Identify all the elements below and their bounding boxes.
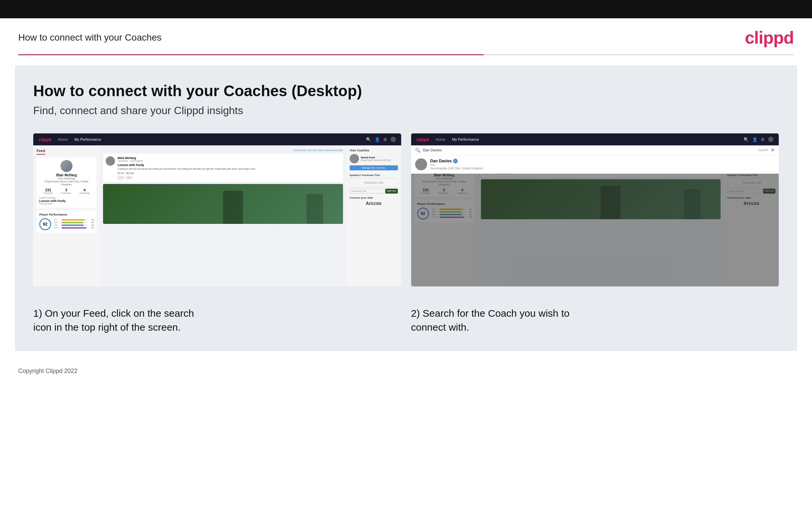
user-name-1: Blair McHarg bbox=[39, 173, 94, 177]
latest-activity-1: Latest Activity Lesson with Fordy 03 Aug… bbox=[39, 196, 94, 205]
nav-myperformance-2: My Performance bbox=[452, 137, 479, 141]
step-2-desc: 2) Search for the Coach you wish to conn… bbox=[411, 300, 779, 334]
screenshots-row: clippd Home My Performance 🔍 👤 ⚙ Feed bbox=[33, 133, 779, 287]
screenshot-2: clippd Home My Performance 🔍 👤 ⚙ 🔍 Dan D… bbox=[411, 133, 779, 287]
perf-bars-1: OTT 90 APP 85 bbox=[54, 219, 94, 229]
nav-right-1: 🔍 👤 ⚙ bbox=[366, 137, 396, 142]
arccos-logo-1: Arccos bbox=[350, 201, 398, 206]
trackman-input-row-1: Trackman Link Add Link bbox=[350, 188, 398, 194]
step-2-text: 2) Search for the Coach you wish to conn… bbox=[411, 306, 779, 334]
add-link-btn-1[interactable]: Add Link bbox=[385, 188, 397, 194]
left-panel-1: Feed Blair McHarg Plus Handicap Royal No… bbox=[33, 145, 100, 287]
search-icon-overlay: 🔍 bbox=[415, 148, 421, 153]
user-stats-1: 131 Activities 3 Followers 4 Following bbox=[39, 188, 94, 194]
feed-tab-1[interactable]: Feed bbox=[37, 149, 45, 155]
settings-icon-nav[interactable]: ⚙ bbox=[383, 137, 387, 142]
photo-figure-1 bbox=[223, 190, 243, 224]
connect-title-1: Connect your data bbox=[350, 196, 398, 199]
trackman-title-1: Upload a Trackman Test bbox=[350, 174, 398, 177]
user-card-1: Blair McHarg Plus Handicap Royal North D… bbox=[37, 157, 96, 208]
lesson-content-1: Blair McHarg Yesterday · Sunningdale Les… bbox=[118, 156, 340, 179]
nav-home-2: Home bbox=[436, 137, 445, 141]
avatar-nav-2[interactable] bbox=[768, 137, 773, 142]
clippd-logo: clippd bbox=[745, 28, 794, 48]
close-button[interactable]: ✕ bbox=[771, 147, 775, 153]
bar-arg: ARG 86 bbox=[54, 224, 94, 226]
lesson-tags-1: OTT APP bbox=[118, 176, 340, 179]
coach-info-1: David Ford Royal North Devon Golf Club bbox=[361, 156, 391, 161]
step-1-text: 1) On your Feed, click on the search ico… bbox=[33, 306, 401, 334]
settings-icon-nav-2[interactable]: ⚙ bbox=[761, 137, 765, 142]
mock-browser-1: clippd Home My Performance 🔍 👤 ⚙ Feed bbox=[33, 133, 401, 287]
app-body-1: Feed Blair McHarg Plus Handicap Royal No… bbox=[33, 145, 401, 287]
trackman-input-1[interactable]: Trackman Link bbox=[350, 188, 385, 194]
photo-strip-1 bbox=[103, 184, 343, 224]
result-avatar bbox=[415, 158, 427, 170]
result-name-row: Dan Davies ✓ bbox=[430, 159, 483, 163]
search-result-item[interactable]: Dan Davies ✓ Pro Sunningdale Golf Club, … bbox=[411, 155, 779, 174]
main-content: How to connect with your Coaches (Deskto… bbox=[15, 65, 797, 351]
user-icon-nav-2[interactable]: 👤 bbox=[752, 137, 758, 142]
avatar-image-1 bbox=[60, 160, 73, 172]
clear-button[interactable]: CLEAR bbox=[758, 149, 768, 152]
coach-item-1: David Ford Royal North Devon Golf Club bbox=[350, 154, 398, 163]
nav-myperformance-1: My Performance bbox=[75, 137, 101, 141]
top-bar bbox=[0, 0, 812, 18]
copyright-text: Copyright Clippd 2022 bbox=[18, 368, 78, 374]
mock-browser-2: clippd Home My Performance 🔍 👤 ⚙ 🔍 Dan D… bbox=[411, 133, 779, 287]
lesson-avatar-1 bbox=[106, 156, 115, 166]
search-input-overlay[interactable]: Dan Davies bbox=[423, 148, 756, 152]
app-nav-2: clippd Home My Performance 🔍 👤 ⚙ bbox=[411, 133, 779, 145]
right-panel-1: Your Coaches David Ford Royal North Devo… bbox=[346, 145, 401, 287]
footer: Copyright Clippd 2022 bbox=[0, 361, 812, 381]
bar-putt: PUTT 96 bbox=[54, 227, 94, 229]
main-subtitle: Find, connect and share your Clippd insi… bbox=[33, 104, 779, 117]
result-info: Dan Davies ✓ Pro Sunningdale Golf Club, … bbox=[430, 159, 483, 170]
user-club-1: Royal North Devon Golf Club, United King… bbox=[39, 180, 94, 186]
photo-figure-2 bbox=[306, 194, 323, 224]
coach-avatar-1 bbox=[350, 154, 359, 163]
bar-ott: OTT 90 bbox=[54, 219, 94, 221]
verified-badge: ✓ bbox=[453, 159, 458, 163]
center-panel-1: Control who can see your activity and da… bbox=[100, 145, 346, 287]
search-icon-nav-2[interactable]: 🔍 bbox=[744, 137, 749, 142]
trackman-link-placeholder-1: Trackman Link bbox=[350, 178, 398, 187]
user-icon-nav[interactable]: 👤 bbox=[375, 137, 380, 142]
steps-row: 1) On your Feed, click on the search ico… bbox=[33, 300, 779, 334]
main-title: How to connect with your Coaches (Deskto… bbox=[33, 82, 779, 100]
avatar-nav[interactable] bbox=[390, 137, 396, 142]
manage-coaches-btn-1[interactable]: Manage Your Coaches bbox=[350, 165, 398, 170]
app-nav-1: clippd Home My Performance 🔍 👤 ⚙ bbox=[33, 133, 401, 145]
step-1-desc: 1) On your Feed, click on the search ico… bbox=[33, 300, 401, 334]
search-icon-nav[interactable]: 🔍 bbox=[366, 137, 371, 142]
score-circle-1: 92 bbox=[39, 218, 51, 230]
header-divider bbox=[18, 54, 794, 55]
screenshot-1: clippd Home My Performance 🔍 👤 ⚙ Feed bbox=[33, 133, 401, 287]
trackman-section-1: Upload a Trackman Test Trackman Link Tra… bbox=[350, 174, 398, 194]
lesson-card-1: Blair McHarg Yesterday · Sunningdale Les… bbox=[103, 154, 343, 182]
nav-logo-1: clippd bbox=[39, 137, 51, 142]
perf-score-row-1: 92 OTT 90 APP bbox=[39, 218, 94, 230]
stat-following: 4 Following bbox=[80, 188, 90, 194]
bar-app: APP 85 bbox=[54, 221, 94, 223]
search-bar: 🔍 Dan Davies CLEAR ✕ bbox=[411, 145, 779, 155]
nav-home-1: Home bbox=[58, 137, 67, 141]
control-link-1[interactable]: Control who can see your activity and da… bbox=[103, 149, 343, 152]
stat-activities: 131 Activities bbox=[44, 188, 53, 194]
player-perf-2: Player Performance 92 OTT 90 bbox=[415, 200, 474, 222]
coaches-title-1: Your Coaches bbox=[350, 149, 398, 152]
user-handicap-1: Plus Handicap bbox=[39, 177, 94, 180]
stat-followers: 3 Followers bbox=[61, 188, 71, 194]
search-overlay: 🔍 Dan Davies CLEAR ✕ Dan Davies ✓ Pro bbox=[411, 145, 779, 174]
user-avatar-1 bbox=[60, 160, 73, 172]
nav-right-2: 🔍 👤 ⚙ bbox=[744, 137, 773, 142]
player-perf-1: Player Performance 92 OTT 90 bbox=[37, 210, 96, 233]
header: How to connect with your Coaches clippd bbox=[0, 18, 812, 54]
page-title: How to connect with your Coaches bbox=[18, 32, 161, 43]
nav-logo-2: clippd bbox=[417, 137, 429, 142]
